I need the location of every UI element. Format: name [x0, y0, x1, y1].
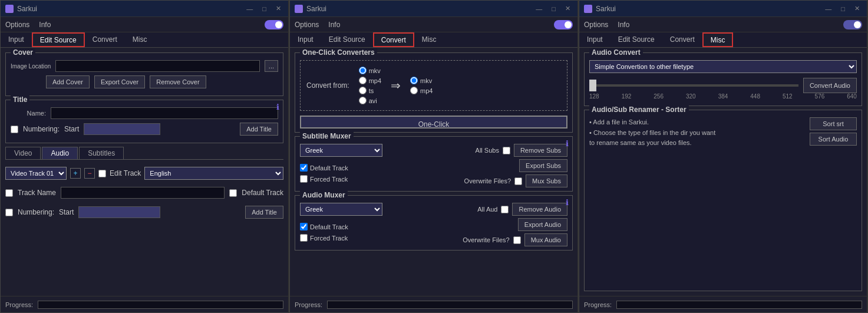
from-mkv[interactable]: mkv — [359, 67, 381, 74]
remove-cover-btn[interactable]: Remove Cover — [150, 75, 206, 88]
export-cover-btn[interactable]: Export Cover — [94, 75, 145, 88]
menu-options-3[interactable]: Options — [584, 21, 608, 29]
tab-editsource-3[interactable]: Edit Source — [610, 32, 662, 47]
audio-default-label: Default Track — [310, 223, 348, 230]
export-subs-btn[interactable]: Export Subs — [519, 159, 567, 172]
language-select[interactable]: English — [144, 167, 283, 180]
audio-lang-select[interactable]: Greek — [300, 203, 382, 216]
sort-srt-btn[interactable]: Sort srt — [810, 117, 857, 130]
toggle-1[interactable] — [265, 20, 283, 29]
from-avi[interactable]: avi — [359, 97, 381, 104]
start-input[interactable] — [84, 123, 160, 135]
edit-track-checkbox[interactable] — [98, 170, 106, 177]
from-mp4[interactable]: mp4 — [359, 77, 381, 84]
minimize-btn-3[interactable]: — — [823, 5, 834, 13]
track-select[interactable]: Video Track 01 — [5, 167, 67, 180]
maximize-btn-3[interactable]: □ — [839, 5, 847, 13]
window-1: Sarkui — □ ✕ Options Info Input Edit Sou… — [0, 0, 289, 313]
audio-info-icon[interactable]: ℹ — [566, 198, 569, 207]
tab-editsource-2[interactable]: Edit Source — [321, 32, 373, 47]
minimize-btn-2[interactable]: — — [533, 5, 544, 13]
numbering-label: Numbering: — [23, 125, 60, 133]
title-info-icon[interactable]: ℹ — [276, 103, 279, 111]
one-click-btn[interactable]: One-Click — [300, 116, 567, 129]
to-mkv[interactable]: mkv — [410, 77, 433, 84]
track-name-input[interactable] — [61, 187, 225, 199]
add-title-btn[interactable]: Add Title — [240, 123, 278, 136]
numbering-row: Numbering: Start Add Title — [11, 123, 278, 136]
add-track-btn[interactable]: + — [70, 168, 81, 179]
subtitle-default-checkbox[interactable] — [300, 164, 308, 172]
image-location-input[interactable] — [55, 60, 259, 72]
menu-info-1[interactable]: Info — [39, 21, 51, 29]
remove-audio-btn[interactable]: Remove Audio — [512, 203, 567, 216]
subtitle-default-label: Default Track — [310, 164, 348, 172]
minimize-btn-1[interactable]: — — [244, 5, 255, 13]
start-label: Start — [64, 125, 79, 133]
tab-convert-1[interactable]: Convert — [85, 32, 125, 47]
menubar-3: Options Info — [579, 17, 867, 32]
tab-misc-3[interactable]: Misc — [702, 32, 734, 47]
track-add-title-btn[interactable]: Add Title — [245, 206, 283, 219]
arrow-icon: ⇒ — [391, 78, 401, 93]
close-btn-1[interactable]: ✕ — [273, 4, 283, 13]
slider-labels: 128 192 256 320 384 448 512 576 640 — [589, 93, 857, 100]
progress-bar-1 — [38, 301, 283, 309]
track-start-input[interactable] — [78, 206, 160, 218]
close-btn-2[interactable]: ✕ — [563, 4, 573, 13]
tab-input-2[interactable]: Input — [290, 32, 321, 47]
convert-audio-btn[interactable]: Convert Audio — [803, 78, 857, 93]
close-btn-3[interactable]: ✕ — [852, 4, 862, 13]
overwrite-subs-checkbox[interactable] — [514, 177, 522, 185]
numbering-checkbox[interactable] — [11, 126, 18, 133]
from-ts[interactable]: ts — [359, 87, 381, 94]
name-input[interactable] — [51, 107, 278, 119]
bitrate-slider[interactable] — [589, 84, 798, 87]
browse-btn[interactable]: ... — [265, 60, 278, 72]
tab-input-1[interactable]: Input — [1, 32, 32, 47]
tab-convert-2[interactable]: Convert — [373, 32, 414, 47]
toggle-3[interactable] — [843, 20, 862, 29]
all-aud-checkbox[interactable] — [501, 206, 509, 213]
audio-convert-dropdown[interactable]: Simple Convertion to other filetype — [589, 60, 857, 73]
tab-audio[interactable]: Audio — [42, 147, 78, 159]
track-numbering-checkbox[interactable] — [5, 209, 13, 216]
track-name-checkbox[interactable] — [5, 189, 13, 197]
remove-track-btn[interactable]: − — [84, 168, 95, 179]
menu-options-2[interactable]: Options — [295, 21, 319, 29]
titlebar-2: Sarkui — □ ✕ — [290, 1, 577, 17]
tab-editsource-1[interactable]: Edit Source — [32, 32, 85, 47]
maximize-btn-1[interactable]: □ — [260, 5, 269, 13]
remove-subs-btn[interactable]: Remove Subs — [514, 144, 567, 157]
audio-default-checkbox[interactable] — [300, 223, 308, 230]
sort-audio-btn[interactable]: Sort Audio — [810, 133, 857, 146]
renamer-bullet3: to rename same as your video files. — [589, 138, 805, 149]
toggle-2[interactable] — [554, 20, 573, 29]
add-cover-btn[interactable]: Add Cover — [46, 75, 90, 88]
all-subs-checkbox[interactable] — [503, 147, 510, 154]
export-audio-btn[interactable]: Export Audio — [518, 218, 567, 231]
default-track-label: Default Track — [242, 189, 283, 197]
default-track-checkbox[interactable] — [229, 189, 237, 197]
tab-misc-1[interactable]: Misc — [125, 32, 155, 47]
menu-info-3[interactable]: Info — [618, 21, 629, 29]
subtitle-info-icon[interactable]: ℹ — [566, 139, 569, 148]
tab-convert-3[interactable]: Convert — [662, 32, 702, 47]
mux-subs-btn[interactable]: Mux Subs — [526, 174, 567, 187]
maximize-btn-2[interactable]: □ — [549, 5, 558, 13]
menu-options-1[interactable]: Options — [5, 21, 29, 29]
menu-info-2[interactable]: Info — [328, 21, 340, 29]
subtitle-forced-checkbox[interactable] — [300, 175, 308, 183]
audio-forced-checkbox[interactable] — [300, 234, 308, 242]
titlebar-controls-1: — □ ✕ — [244, 4, 283, 13]
to-mp4[interactable]: mp4 — [410, 87, 433, 94]
tab-input-3[interactable]: Input — [579, 32, 610, 47]
subtitle-lang-select[interactable]: Greek — [300, 144, 382, 157]
titlebar-left-2: Sarkui — [295, 5, 326, 13]
tab-subtitles[interactable]: Subtitles — [79, 147, 124, 159]
mux-audio-btn[interactable]: Mux Audio — [524, 233, 567, 246]
track-name-row: Track Name Default Track — [5, 187, 283, 199]
tab-misc-2[interactable]: Misc — [414, 32, 444, 47]
tab-video[interactable]: Video — [5, 147, 41, 159]
overwrite-aud-checkbox[interactable] — [513, 236, 521, 244]
